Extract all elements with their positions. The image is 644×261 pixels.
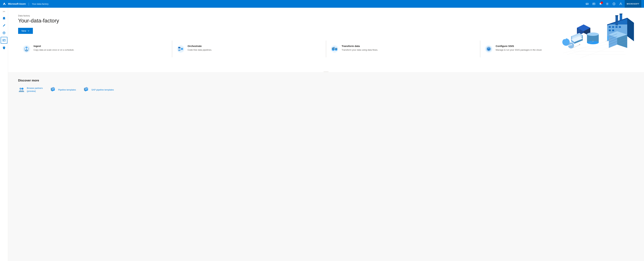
top-navbar: Microsoft Azure | Your-data-factory 1 ? …	[0, 0, 644, 8]
svg-rect-21	[616, 16, 618, 25]
svg-rect-16	[612, 26, 614, 28]
svg-point-45	[568, 45, 569, 46]
factory-illustration	[547, 11, 634, 65]
transform-icon	[330, 44, 339, 53]
svg-marker-12	[627, 18, 634, 41]
feature-card-ingest[interactable]: Ingest Copy data at scale once or on a s…	[18, 40, 172, 57]
orchestrate-icon	[176, 44, 185, 53]
svg-rect-8	[3, 39, 5, 41]
feature-card-orchestrate-title: Orchestrate	[188, 44, 212, 48]
discover-item-sap-templates[interactable]: SAP pipeline templates	[83, 86, 114, 93]
notification-badge: 1	[600, 2, 603, 4]
partners-icon	[18, 86, 25, 93]
sidebar-item-home[interactable]	[1, 15, 8, 22]
svg-point-85	[335, 50, 337, 50]
svg-rect-22	[620, 14, 622, 24]
svg-point-47	[571, 44, 572, 45]
hero-section: Data factory Your-data-factory New	[8, 8, 644, 72]
topbar-actions: 1 ? MICROSOFT	[584, 0, 641, 8]
brand-area: Microsoft Azure | Your-data-factory	[3, 2, 48, 6]
svg-marker-0	[3, 2, 6, 5]
pipeline-templates-label: Pipeline templates	[58, 88, 76, 91]
svg-rect-1	[593, 3, 595, 5]
partners-label-text: Browse partners(preview)	[27, 87, 43, 92]
svg-point-5	[620, 3, 621, 4]
sidebar-item-manage[interactable]	[1, 37, 8, 44]
svg-rect-71	[178, 50, 180, 51]
main-content: Data factory Your-data-factory New	[8, 8, 644, 261]
feature-card-transform[interactable]: Transform data Transform your data using…	[326, 40, 480, 57]
sap-templates-icon	[83, 86, 90, 93]
hero-illustration	[547, 11, 634, 65]
azure-logo	[3, 2, 6, 6]
svg-text:?: ?	[614, 3, 614, 5]
sap-templates-label: SAP pipeline templates	[92, 88, 114, 91]
svg-point-7	[4, 32, 4, 33]
microsoft-btn[interactable]: MICROSOFT	[625, 0, 641, 8]
feature-card-orchestrate[interactable]: Orchestrate Code-free data pipelines.	[172, 40, 326, 57]
pipeline-templates-icon	[50, 86, 56, 93]
feature-card-orchestrate-content: Orchestrate Code-free data pipelines.	[188, 44, 212, 52]
cloud-shell-btn[interactable]	[584, 1, 590, 6]
svg-marker-23	[615, 15, 618, 16]
discover-title: Discover more	[18, 79, 634, 82]
svg-rect-30	[578, 31, 579, 31]
factory-name: Your-data-factory	[32, 3, 48, 5]
feature-card-ingest-desc: Copy data at scale once or on a schedule…	[34, 48, 74, 52]
svg-point-43	[564, 38, 566, 39]
svg-point-34	[587, 32, 599, 36]
brand-separator: |	[28, 2, 29, 6]
svg-rect-18	[619, 26, 621, 28]
svg-point-46	[570, 44, 571, 46]
brand-name: Microsoft Azure	[8, 2, 26, 5]
svg-rect-9	[3, 40, 5, 40]
feature-card-transform-content: Transform data Transform your data using…	[342, 44, 378, 52]
svg-rect-70	[178, 47, 180, 48]
feature-card-ssis-content: Configure SSIS Manage & run your SSIS pa…	[496, 44, 542, 52]
notifications-btn[interactable]: 1	[598, 1, 603, 6]
hero-label: Data factory	[18, 14, 634, 17]
feature-card-transform-desc: Transform your data using data flows.	[342, 48, 378, 52]
feature-card-ingest-content: Ingest Copy data at scale once or on a s…	[34, 44, 74, 52]
discover-items-list: Browse partners(preview) Pipeline templa…	[18, 86, 634, 93]
svg-rect-15	[609, 26, 611, 28]
directory-btn[interactable]	[591, 1, 596, 6]
svg-line-63	[580, 41, 627, 58]
feature-card-ingest-title: Ingest	[34, 44, 74, 48]
new-button[interactable]: New	[18, 28, 33, 34]
svg-rect-17	[616, 26, 618, 28]
chevron-down-icon	[28, 30, 30, 32]
feature-card-ssis-title: Configure SSIS	[496, 44, 542, 48]
feature-cards: Ingest Copy data at scale once or on a s…	[18, 40, 634, 57]
sidebar-expand-btn[interactable]: >>	[3, 9, 5, 14]
settings-btn[interactable]	[604, 1, 610, 6]
svg-marker-24	[619, 14, 622, 14]
sidebar: >>	[0, 8, 8, 261]
svg-rect-20	[612, 30, 614, 31]
sidebar-item-learn[interactable]	[1, 44, 8, 51]
svg-point-42	[563, 38, 564, 40]
feature-card-orchestrate-desc: Code-free data pipelines.	[188, 48, 212, 52]
discover-item-pipeline-templates[interactable]: Pipeline templates	[50, 86, 76, 93]
ssis-icon	[484, 44, 493, 53]
discover-item-partners[interactable]: Browse partners(preview)	[18, 86, 43, 93]
svg-rect-10	[3, 40, 4, 41]
discover-section: Discover more Browse partners(preview)	[8, 72, 644, 100]
help-btn[interactable]: ?	[611, 1, 617, 6]
partners-label: Browse partners(preview)	[27, 87, 43, 93]
svg-point-41	[562, 38, 563, 40]
feature-card-ssis-desc: Manage & run your SSIS packages in the c…	[496, 48, 542, 52]
svg-point-90	[488, 48, 489, 50]
svg-point-92	[20, 88, 22, 90]
svg-point-82	[332, 49, 334, 50]
svg-point-2	[607, 3, 608, 4]
hero-title: Your-data-factory	[18, 18, 634, 24]
feature-card-transform-title: Transform data	[342, 44, 378, 48]
svg-point-69	[177, 45, 184, 53]
sidebar-item-author[interactable]	[1, 22, 8, 29]
svg-point-93	[22, 88, 24, 90]
sidebar-item-monitor[interactable]	[1, 30, 8, 36]
profile-btn[interactable]	[618, 1, 623, 6]
svg-rect-29	[578, 30, 579, 30]
new-button-label: New	[22, 30, 26, 32]
